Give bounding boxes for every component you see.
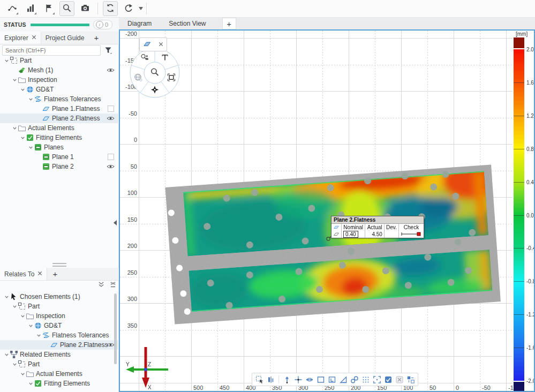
visibility-eye-icon[interactable] — [107, 115, 115, 122]
tree-item-part[interactable]: Part — [0, 359, 119, 369]
tree-item-related-elements[interactable]: Related Elements — [0, 350, 119, 359]
nominal-value[interactable]: 0.40 — [343, 231, 358, 238]
expander-chevron-icon[interactable] — [27, 323, 34, 328]
expander-chevron-icon[interactable] — [3, 58, 10, 63]
tree-item-flatness-tolerances[interactable]: Flatness Tolerances — [0, 330, 119, 340]
tree-item-part[interactable]: Part — [0, 301, 119, 311]
expander-chevron-icon[interactable] — [27, 381, 34, 386]
snapshot-button[interactable] — [78, 1, 93, 16]
collapse-panel-icon[interactable] — [113, 220, 117, 226]
close-tab-icon[interactable] — [32, 35, 36, 41]
flag-button[interactable] — [41, 1, 56, 16]
expander-chevron-icon[interactable] — [11, 304, 18, 309]
tab-diagram[interactable]: Diagram — [119, 18, 160, 29]
expander-chevron-icon[interactable] — [11, 78, 18, 82]
expander-chevron-icon[interactable] — [19, 372, 26, 376]
earth-icon[interactable] — [134, 73, 142, 84]
deviation-color-legend[interactable]: [mm] 2.001.601.200.800.400.00-0.40-0.80-… — [514, 31, 534, 392]
tree-item-actual-elements[interactable]: Actual Elements — [0, 123, 119, 133]
label-text-icon[interactable] — [161, 54, 169, 64]
close-tab-icon[interactable] — [37, 271, 42, 277]
link-elements-button[interactable] — [349, 374, 359, 385]
radial-context-menu[interactable] — [129, 47, 180, 99]
tab-section-view[interactable]: Section View — [160, 18, 214, 29]
histogram-button[interactable] — [23, 1, 38, 16]
tree-item-planes[interactable]: Planes — [0, 142, 119, 152]
new-tab-button[interactable]: + — [47, 268, 63, 280]
checkbox-off-button[interactable] — [394, 374, 404, 385]
tree-item-plane-2-flatness[interactable]: Plane 2.Flatness — [0, 340, 119, 350]
panel-splitter[interactable] — [0, 261, 119, 268]
visibility-eye-icon[interactable] — [107, 341, 115, 349]
legend-frame-button[interactable] — [327, 374, 337, 385]
tree-item-inspection[interactable]: Inspection — [0, 75, 119, 85]
frame-button[interactable] — [315, 374, 326, 385]
new-tab-button[interactable]: + — [88, 32, 104, 44]
grid-points-button[interactable] — [360, 374, 371, 385]
zoom-selection-icon[interactable] — [140, 54, 149, 64]
tree-item-mesh-1[interactable]: Mesh (1) — [0, 65, 119, 75]
diagram-viewport[interactable]: -200-150-100-500501001502002503003505004… — [119, 29, 535, 392]
collapse-all-button[interactable] — [98, 281, 104, 289]
redo-button[interactable] — [121, 1, 136, 16]
zoom-icon[interactable] — [150, 67, 160, 79]
close-button[interactable] — [159, 41, 163, 48]
tree-item-plane-2-flatness[interactable]: Plane 2.Flatness — [0, 114, 119, 123]
tree-item-plane-1[interactable]: Plane 1 — [0, 152, 119, 162]
info-count-badge[interactable]: i 0 — [93, 20, 112, 29]
set-square-button[interactable] — [338, 374, 348, 385]
tree-item-gd-t[interactable]: GD&T — [0, 85, 119, 94]
flatness-result-annotation[interactable]: Plane 2.Flatness Nominal Actual Dev. Che… — [331, 216, 424, 238]
zoom-button[interactable] — [59, 1, 74, 16]
fit-expand-button[interactable] — [372, 374, 382, 385]
expander-chevron-icon[interactable] — [19, 314, 26, 319]
expander-chevron-icon[interactable] — [11, 362, 18, 367]
expander-chevron-icon[interactable] — [27, 145, 34, 150]
expander-chevron-icon[interactable] — [3, 352, 10, 357]
expander-chevron-icon[interactable] — [19, 135, 26, 140]
stretch-width-button[interactable] — [304, 374, 314, 385]
visibility-eye-icon[interactable] — [107, 66, 115, 74]
relates-scrollbar[interactable] — [114, 293, 117, 364]
tree-item-fitting-elements[interactable]: Fitting Elements — [0, 379, 119, 388]
expander-chevron-icon[interactable] — [11, 126, 18, 131]
expander-chevron-icon[interactable] — [19, 87, 26, 92]
drag-select-button[interactable] — [254, 374, 265, 385]
expand-all-button[interactable] — [110, 281, 116, 289]
legend-tick-label: -2.00 — [526, 378, 535, 384]
search-input[interactable] — [2, 45, 101, 56]
fit-view-icon[interactable] — [167, 73, 176, 84]
visibility-checkbox[interactable] — [107, 153, 115, 161]
set-point-button[interactable] — [293, 374, 303, 385]
checkbox-on-button[interactable] — [383, 374, 393, 385]
expander-chevron-icon[interactable] — [27, 97, 34, 102]
column-compare-button[interactable] — [266, 374, 276, 385]
tab-explorer[interactable]: Explorer — [0, 32, 41, 44]
plane-button[interactable] — [143, 40, 152, 50]
tree-item-plane-2[interactable]: Plane 2 — [0, 162, 119, 171]
expander-chevron-icon[interactable] — [35, 333, 42, 338]
new-tab-button[interactable]: + — [222, 18, 236, 29]
view-tab-bar: DiagramSection View+ — [119, 18, 535, 29]
tree-item-inspection[interactable]: Inspection — [0, 311, 119, 321]
tab-project-guide[interactable]: Project Guide — [41, 32, 89, 44]
tab-relates-to[interactable]: Relates To — [0, 268, 47, 280]
tree-item-plane-1-flatness[interactable]: Plane 1.Flatness — [0, 104, 119, 114]
visibility-checkbox[interactable] — [107, 105, 115, 112]
filter-funnel-icon[interactable] — [104, 46, 112, 55]
tree-item-flatness-tolerances[interactable]: Flatness Tolerances — [0, 94, 119, 104]
tree-item-gd-t[interactable]: GD&T — [0, 321, 119, 330]
tree-item-actual-elements[interactable]: Actual Elements — [0, 369, 119, 379]
tree-item-fitting-elements[interactable]: Fitting Elements — [0, 133, 119, 142]
expander-chevron-icon[interactable] — [3, 295, 10, 299]
i-inspect-button[interactable] — [5, 1, 20, 16]
recalculate-button[interactable] — [103, 1, 118, 16]
redo-menu-caret-icon[interactable] — [139, 6, 143, 11]
visibility-eye-icon[interactable] — [107, 163, 115, 170]
flip-direction-button[interactable] — [282, 374, 292, 385]
arrange-tiles-button[interactable] — [405, 374, 416, 385]
tree-item-chosen-elements-1[interactable]: Chosen Elements (1) — [0, 292, 119, 301]
relates-tree: Chosen Elements (1)PartInspectionGD&TFla… — [0, 292, 119, 388]
navigate-icon[interactable] — [150, 86, 159, 96]
tree-item-part[interactable]: Part — [0, 56, 119, 65]
